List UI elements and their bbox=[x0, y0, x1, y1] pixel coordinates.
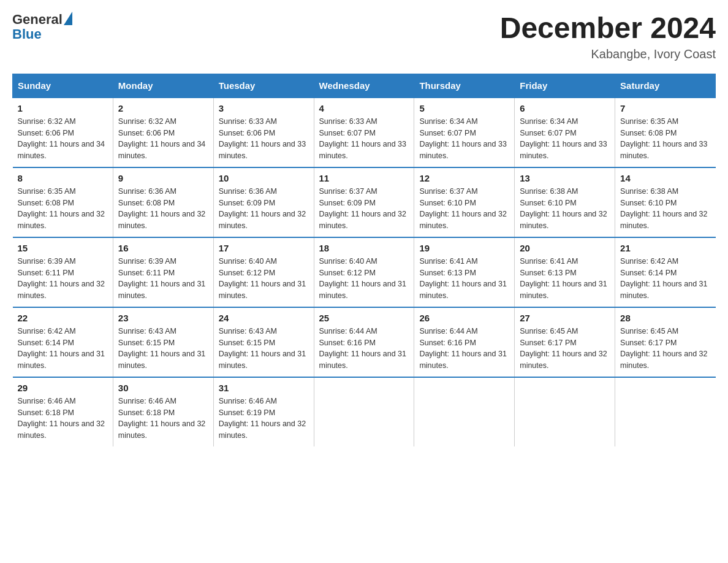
day-info: Sunrise: 6:40 AM Sunset: 6:12 PM Dayligh… bbox=[319, 256, 409, 302]
day-info: Sunrise: 6:42 AM Sunset: 6:14 PM Dayligh… bbox=[620, 256, 710, 302]
day-info: Sunrise: 6:39 AM Sunset: 6:11 PM Dayligh… bbox=[18, 256, 108, 302]
day-info: Sunrise: 6:43 AM Sunset: 6:15 PM Dayligh… bbox=[118, 326, 208, 372]
logo-blue-text: Blue bbox=[12, 27, 72, 42]
calendar-cell: 11 Sunrise: 6:37 AM Sunset: 6:09 PM Dayl… bbox=[314, 167, 414, 237]
calendar-cell: 29 Sunrise: 6:46 AM Sunset: 6:18 PM Dayl… bbox=[13, 377, 113, 446]
col-header-tuesday: Tuesday bbox=[213, 74, 314, 98]
day-info: Sunrise: 6:41 AM Sunset: 6:13 PM Dayligh… bbox=[520, 256, 610, 302]
day-number: 18 bbox=[319, 243, 409, 253]
logo-triangle-icon bbox=[64, 12, 72, 25]
day-number: 30 bbox=[118, 383, 208, 393]
logo: General Blue bbox=[12, 12, 72, 42]
day-number: 20 bbox=[520, 243, 610, 253]
calendar-cell: 10 Sunrise: 6:36 AM Sunset: 6:09 PM Dayl… bbox=[213, 167, 314, 237]
calendar-cell: 22 Sunrise: 6:42 AM Sunset: 6:14 PM Dayl… bbox=[13, 307, 113, 377]
calendar-cell bbox=[515, 377, 615, 446]
day-number: 26 bbox=[419, 313, 509, 323]
day-info: Sunrise: 6:37 AM Sunset: 6:10 PM Dayligh… bbox=[419, 186, 509, 232]
day-info: Sunrise: 6:36 AM Sunset: 6:09 PM Dayligh… bbox=[219, 186, 309, 232]
day-number: 14 bbox=[620, 173, 710, 183]
day-info: Sunrise: 6:42 AM Sunset: 6:14 PM Dayligh… bbox=[18, 326, 108, 372]
calendar-week-row: 22 Sunrise: 6:42 AM Sunset: 6:14 PM Dayl… bbox=[13, 307, 716, 377]
calendar-cell: 30 Sunrise: 6:46 AM Sunset: 6:18 PM Dayl… bbox=[113, 377, 213, 446]
day-number: 28 bbox=[620, 313, 710, 323]
day-info: Sunrise: 6:33 AM Sunset: 6:06 PM Dayligh… bbox=[219, 116, 309, 162]
calendar-cell bbox=[615, 377, 716, 446]
day-number: 25 bbox=[319, 313, 409, 323]
day-number: 7 bbox=[620, 103, 710, 113]
calendar-cell: 1 Sunrise: 6:32 AM Sunset: 6:06 PM Dayli… bbox=[13, 98, 113, 167]
day-info: Sunrise: 6:40 AM Sunset: 6:12 PM Dayligh… bbox=[219, 256, 309, 302]
day-info: Sunrise: 6:39 AM Sunset: 6:11 PM Dayligh… bbox=[118, 256, 208, 302]
day-info: Sunrise: 6:38 AM Sunset: 6:10 PM Dayligh… bbox=[620, 186, 710, 232]
day-number: 21 bbox=[620, 243, 710, 253]
calendar-cell: 21 Sunrise: 6:42 AM Sunset: 6:14 PM Dayl… bbox=[615, 237, 716, 307]
calendar-week-row: 8 Sunrise: 6:35 AM Sunset: 6:08 PM Dayli… bbox=[13, 167, 716, 237]
calendar-cell: 2 Sunrise: 6:32 AM Sunset: 6:06 PM Dayli… bbox=[113, 98, 213, 167]
title-block: December 2024 Kabangbe, Ivory Coast bbox=[500, 12, 716, 61]
day-number: 3 bbox=[219, 103, 309, 113]
day-info: Sunrise: 6:33 AM Sunset: 6:07 PM Dayligh… bbox=[319, 116, 409, 162]
calendar-cell bbox=[414, 377, 515, 446]
day-info: Sunrise: 6:46 AM Sunset: 6:18 PM Dayligh… bbox=[18, 396, 108, 442]
day-info: Sunrise: 6:44 AM Sunset: 6:16 PM Dayligh… bbox=[419, 326, 509, 372]
day-number: 16 bbox=[118, 243, 208, 253]
day-number: 5 bbox=[419, 103, 509, 113]
col-header-wednesday: Wednesday bbox=[314, 74, 414, 98]
day-number: 6 bbox=[520, 103, 610, 113]
day-info: Sunrise: 6:35 AM Sunset: 6:08 PM Dayligh… bbox=[620, 116, 710, 162]
calendar-week-row: 15 Sunrise: 6:39 AM Sunset: 6:11 PM Dayl… bbox=[13, 237, 716, 307]
day-info: Sunrise: 6:34 AM Sunset: 6:07 PM Dayligh… bbox=[419, 116, 509, 162]
calendar-cell: 28 Sunrise: 6:45 AM Sunset: 6:17 PM Dayl… bbox=[615, 307, 716, 377]
day-number: 8 bbox=[18, 173, 108, 183]
calendar-cell: 12 Sunrise: 6:37 AM Sunset: 6:10 PM Dayl… bbox=[414, 167, 515, 237]
day-number: 11 bbox=[319, 173, 409, 183]
day-info: Sunrise: 6:32 AM Sunset: 6:06 PM Dayligh… bbox=[118, 116, 208, 162]
day-info: Sunrise: 6:43 AM Sunset: 6:15 PM Dayligh… bbox=[219, 326, 309, 372]
calendar-cell: 4 Sunrise: 6:33 AM Sunset: 6:07 PM Dayli… bbox=[314, 98, 414, 167]
day-info: Sunrise: 6:45 AM Sunset: 6:17 PM Dayligh… bbox=[520, 326, 610, 372]
calendar-cell: 16 Sunrise: 6:39 AM Sunset: 6:11 PM Dayl… bbox=[113, 237, 213, 307]
day-info: Sunrise: 6:45 AM Sunset: 6:17 PM Dayligh… bbox=[620, 326, 710, 372]
calendar-week-row: 1 Sunrise: 6:32 AM Sunset: 6:06 PM Dayli… bbox=[13, 98, 716, 167]
calendar-cell: 23 Sunrise: 6:43 AM Sunset: 6:15 PM Dayl… bbox=[113, 307, 213, 377]
calendar-cell bbox=[314, 377, 414, 446]
col-header-monday: Monday bbox=[113, 74, 213, 98]
day-info: Sunrise: 6:41 AM Sunset: 6:13 PM Dayligh… bbox=[419, 256, 509, 302]
col-header-saturday: Saturday bbox=[615, 74, 716, 98]
day-info: Sunrise: 6:46 AM Sunset: 6:19 PM Dayligh… bbox=[219, 396, 309, 442]
day-number: 17 bbox=[219, 243, 309, 253]
calendar-table: SundayMondayTuesdayWednesdayThursdayFrid… bbox=[12, 74, 716, 446]
calendar-cell: 3 Sunrise: 6:33 AM Sunset: 6:06 PM Dayli… bbox=[213, 98, 314, 167]
day-number: 9 bbox=[118, 173, 208, 183]
calendar-cell: 17 Sunrise: 6:40 AM Sunset: 6:12 PM Dayl… bbox=[213, 237, 314, 307]
day-number: 19 bbox=[419, 243, 509, 253]
page-header: General Blue December 2024 Kabangbe, Ivo… bbox=[12, 12, 716, 61]
day-number: 1 bbox=[18, 103, 108, 113]
day-number: 22 bbox=[18, 313, 108, 323]
day-info: Sunrise: 6:35 AM Sunset: 6:08 PM Dayligh… bbox=[18, 186, 108, 232]
day-number: 27 bbox=[520, 313, 610, 323]
day-number: 31 bbox=[219, 383, 309, 393]
day-number: 4 bbox=[319, 103, 409, 113]
calendar-cell: 26 Sunrise: 6:44 AM Sunset: 6:16 PM Dayl… bbox=[414, 307, 515, 377]
calendar-cell: 15 Sunrise: 6:39 AM Sunset: 6:11 PM Dayl… bbox=[13, 237, 113, 307]
day-number: 12 bbox=[419, 173, 509, 183]
location-label: Kabangbe, Ivory Coast bbox=[500, 47, 716, 61]
day-number: 10 bbox=[219, 173, 309, 183]
calendar-cell: 20 Sunrise: 6:41 AM Sunset: 6:13 PM Dayl… bbox=[515, 237, 615, 307]
calendar-cell: 31 Sunrise: 6:46 AM Sunset: 6:19 PM Dayl… bbox=[213, 377, 314, 446]
day-info: Sunrise: 6:46 AM Sunset: 6:18 PM Dayligh… bbox=[118, 396, 208, 442]
calendar-cell: 18 Sunrise: 6:40 AM Sunset: 6:12 PM Dayl… bbox=[314, 237, 414, 307]
col-header-friday: Friday bbox=[515, 74, 615, 98]
day-info: Sunrise: 6:44 AM Sunset: 6:16 PM Dayligh… bbox=[319, 326, 409, 372]
logo-general-text: General bbox=[12, 12, 63, 27]
calendar-cell: 8 Sunrise: 6:35 AM Sunset: 6:08 PM Dayli… bbox=[13, 167, 113, 237]
day-number: 23 bbox=[118, 313, 208, 323]
month-title: December 2024 bbox=[500, 12, 716, 45]
col-header-thursday: Thursday bbox=[414, 74, 515, 98]
day-number: 2 bbox=[118, 103, 208, 113]
day-number: 15 bbox=[18, 243, 108, 253]
day-info: Sunrise: 6:32 AM Sunset: 6:06 PM Dayligh… bbox=[18, 116, 108, 162]
calendar-cell: 5 Sunrise: 6:34 AM Sunset: 6:07 PM Dayli… bbox=[414, 98, 515, 167]
